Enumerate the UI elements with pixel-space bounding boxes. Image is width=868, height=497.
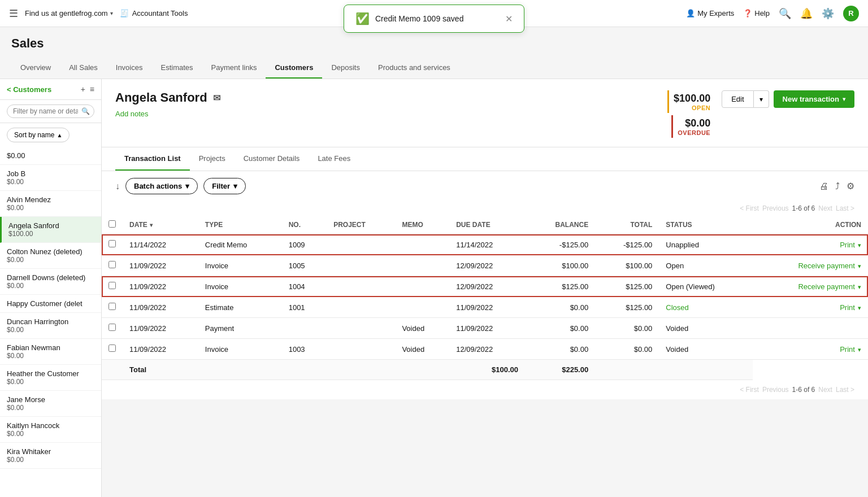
search-icon[interactable]: 🔍 xyxy=(779,7,791,20)
action-dropdown-icon[interactable]: ▾ xyxy=(856,284,861,290)
table-cell: Payment xyxy=(198,318,282,339)
table-cell-status: Unapplied xyxy=(659,234,753,255)
gear-icon[interactable]: ⚙️ xyxy=(822,7,834,20)
sidebar-customer-item[interactable]: Jane Morse$0.00 xyxy=(0,391,101,417)
table-cell: $0.00 xyxy=(525,339,595,360)
sidebar-customer-item[interactable]: Darnell Downs (deleted)$0.00 xyxy=(0,269,101,295)
sidebar-customer-item[interactable]: Job B$0.00 xyxy=(0,165,101,191)
tab-deposits[interactable]: Deposits xyxy=(322,58,369,79)
table-cell: 1004 xyxy=(282,276,327,297)
last-page-link-bottom[interactable]: Last > xyxy=(836,386,854,394)
sidebar-customer-item[interactable]: $0.00 xyxy=(0,147,101,165)
help-button[interactable]: ❓ Help xyxy=(743,9,770,18)
row-checkbox[interactable] xyxy=(108,324,116,331)
action-dropdown-icon[interactable]: ▾ xyxy=(856,263,861,269)
filter-chevron: ▾ xyxy=(233,182,237,190)
next-page-link-top[interactable]: Next xyxy=(818,204,832,212)
search-icon: 🔍 xyxy=(81,107,90,115)
row-checkbox[interactable] xyxy=(108,282,116,289)
next-page-link-bottom[interactable]: Next xyxy=(818,386,832,394)
action-button[interactable]: Receive payment xyxy=(798,261,854,270)
sidebar-customer-item[interactable]: Happy Customer (delet xyxy=(0,295,101,313)
export-icon[interactable]: ⤴ xyxy=(835,181,840,191)
new-transaction-label: New transaction xyxy=(783,95,839,103)
site-selector[interactable]: Find us at gentlefrog.com ▾ xyxy=(25,9,113,18)
sidebar-customer-item[interactable]: Angela Sanford$100.00 xyxy=(0,217,101,243)
inner-tab-late-fees[interactable]: Late Fees xyxy=(309,147,359,171)
action-dropdown-icon[interactable]: ▾ xyxy=(856,242,861,249)
row-checkbox[interactable] xyxy=(108,261,116,268)
table-cell-action: Print ▾ xyxy=(753,339,868,360)
sidebar-customer-item[interactable]: Kira Whitaker$0.00 xyxy=(0,443,101,469)
sidebar-customer-item[interactable]: Fabian Newman$0.00 xyxy=(0,339,101,365)
tab-invoices[interactable]: Invoices xyxy=(107,58,152,79)
action-button[interactable]: Print xyxy=(840,241,855,249)
first-page-link-bottom[interactable]: < First xyxy=(740,386,759,394)
pagination-top: < First Previous 1-6 of 6 Next Last > xyxy=(102,201,868,216)
tab-products-and-services[interactable]: Products and services xyxy=(369,58,459,79)
table-cell: $0.00 xyxy=(595,318,659,339)
inner-tab-transaction-list[interactable]: Transaction List xyxy=(115,147,190,171)
tab-all-sales[interactable]: All Sales xyxy=(60,58,107,79)
list-icon[interactable]: ≡ xyxy=(90,85,94,94)
sidebar-customer-amount: $0.00 xyxy=(7,178,94,186)
action-dropdown-icon[interactable]: ▾ xyxy=(856,304,861,311)
help-icon: ❓ xyxy=(743,9,752,18)
accountant-tools[interactable]: 🧾 Accountant Tools xyxy=(120,9,188,18)
action-button[interactable]: Receive payment xyxy=(798,282,854,291)
tab-payment-links[interactable]: Payment links xyxy=(202,58,266,79)
inner-tab-projects[interactable]: Projects xyxy=(190,147,235,171)
row-checkbox[interactable] xyxy=(108,240,116,247)
sidebar-customer-item[interactable]: Duncan Harrington$0.00 xyxy=(0,313,101,339)
notification-close-icon[interactable]: ✕ xyxy=(505,14,513,24)
tab-estimates[interactable]: Estimates xyxy=(151,58,202,79)
add-customer-icon[interactable]: + xyxy=(81,85,85,94)
back-to-customers[interactable]: < Customers xyxy=(7,85,51,94)
sort-by-name-button[interactable]: Sort by name ▲ xyxy=(7,128,70,142)
print-icon[interactable]: 🖨 xyxy=(819,181,828,191)
new-transaction-button[interactable]: New transaction ▾ xyxy=(774,90,854,108)
open-amount-label: OPEN xyxy=(692,104,710,111)
select-all-checkbox[interactable] xyxy=(108,220,116,228)
table-cell xyxy=(395,297,449,318)
sidebar-customer-item[interactable]: Heather the Customer$0.00 xyxy=(0,365,101,391)
action-dropdown-icon[interactable]: ▾ xyxy=(856,346,861,353)
batch-actions-label: Batch actions xyxy=(134,182,182,190)
table-header-date[interactable]: DATE ▾ xyxy=(123,216,198,234)
table-cell: 11/09/2022 xyxy=(449,297,525,318)
status-badge: Closed xyxy=(666,303,688,312)
first-page-link-top[interactable]: < First xyxy=(740,204,759,212)
inner-tab-customer-details[interactable]: Customer Details xyxy=(235,147,309,171)
action-button[interactable]: Print xyxy=(840,345,855,354)
sidebar-customer-item[interactable]: Colton Nunez (deleted)$0.00 xyxy=(0,243,101,269)
settings-icon[interactable]: ⚙ xyxy=(847,181,854,191)
edit-button[interactable]: Edit xyxy=(722,90,753,108)
filter-button[interactable]: Filter ▾ xyxy=(203,178,246,194)
action-button[interactable]: Print xyxy=(840,303,855,312)
table-row: 11/14/2022Credit Memo100911/14/2022-$125… xyxy=(102,234,868,255)
sidebar-customer-item[interactable]: Kaitlyn Hancock$0.00 xyxy=(0,417,101,443)
edit-dropdown-button[interactable]: ▾ xyxy=(754,90,769,108)
avatar[interactable]: R xyxy=(843,6,859,21)
row-checkbox[interactable] xyxy=(108,303,116,310)
bell-icon[interactable]: 🔔 xyxy=(800,7,813,20)
previous-page-link-bottom[interactable]: Previous xyxy=(762,386,789,394)
row-checkbox[interactable] xyxy=(108,345,116,352)
sort-arrow-icon[interactable]: ↓ xyxy=(115,181,120,191)
hamburger-icon[interactable]: ☰ xyxy=(9,7,18,20)
table-cell: Voided xyxy=(395,318,449,339)
email-icon[interactable]: ✉ xyxy=(213,93,220,103)
table-cell: 1005 xyxy=(282,255,327,276)
my-experts-button[interactable]: 👤 My Experts xyxy=(686,9,734,18)
tab-customers[interactable]: Customers xyxy=(266,58,322,79)
table-icons: 🖨 ⤴ ⚙ xyxy=(819,181,854,191)
table-header-memo: MEMO xyxy=(395,216,449,234)
open-amount: $100.00 OPEN xyxy=(674,93,710,111)
sidebar-customer-item[interactable]: Alvin Mendez$0.00 xyxy=(0,191,101,217)
table-cell: 1003 xyxy=(282,339,327,360)
add-notes-link[interactable]: Add notes xyxy=(115,110,149,118)
batch-actions-button[interactable]: Batch actions ▾ xyxy=(125,178,198,194)
previous-page-link-top[interactable]: Previous xyxy=(762,204,789,212)
last-page-link-top[interactable]: Last > xyxy=(836,204,854,212)
tab-overview[interactable]: Overview xyxy=(11,58,60,79)
